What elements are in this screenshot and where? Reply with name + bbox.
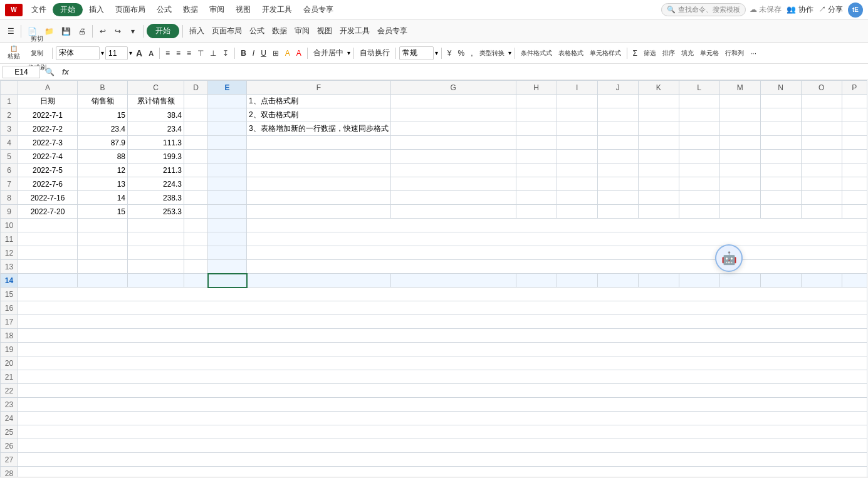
cell-A7[interactable]: 2022-7-6 bbox=[18, 177, 78, 191]
font-name-dropdown[interactable]: ▾ bbox=[101, 49, 104, 56]
cell-L9[interactable] bbox=[679, 205, 719, 219]
cell-E5[interactable] bbox=[208, 150, 247, 164]
save-button[interactable]: 💾 bbox=[58, 23, 74, 39]
view-menu[interactable]: 视图 bbox=[314, 23, 335, 39]
cell-A14[interactable] bbox=[18, 274, 78, 288]
cell-row23[interactable] bbox=[18, 398, 867, 412]
cell-D5[interactable] bbox=[184, 150, 208, 164]
cell-C2[interactable]: 38.4 bbox=[128, 108, 184, 122]
redo-dropdown[interactable]: ▾ bbox=[126, 23, 140, 39]
cell-B1[interactable]: 销售额 bbox=[78, 95, 128, 108]
wrap-button[interactable]: 自动换行 bbox=[357, 46, 392, 60]
menu-file[interactable]: 文件 bbox=[26, 3, 51, 16]
cell-H14[interactable] bbox=[516, 274, 557, 288]
cell-M1[interactable] bbox=[719, 95, 760, 108]
cell-O9[interactable] bbox=[801, 205, 842, 219]
cell-F5[interactable] bbox=[247, 150, 391, 164]
col-header-E[interactable]: E bbox=[208, 81, 247, 95]
cell-F10[interactable] bbox=[247, 219, 867, 232]
align-middle-icon[interactable]: ⊥ bbox=[207, 46, 219, 60]
cell-C14[interactable] bbox=[128, 274, 184, 288]
cell-A9[interactable]: 2022-7-20 bbox=[18, 205, 78, 219]
cell-P1[interactable] bbox=[842, 95, 867, 108]
col-header-B[interactable]: B bbox=[78, 81, 128, 95]
cell-E9[interactable] bbox=[208, 205, 247, 219]
cell-D4[interactable] bbox=[184, 136, 208, 150]
col-header-L[interactable]: L bbox=[679, 81, 719, 95]
cell-J3[interactable] bbox=[597, 122, 638, 136]
cell-B8[interactable]: 14 bbox=[78, 191, 128, 205]
menu-vip[interactable]: 会员专享 bbox=[298, 3, 338, 16]
cell-A10[interactable] bbox=[18, 219, 78, 232]
cell-A1[interactable]: 日期 bbox=[18, 95, 78, 108]
font-name-input[interactable] bbox=[56, 46, 100, 60]
cell-C10[interactable] bbox=[128, 219, 184, 232]
font-increase-button[interactable]: A bbox=[133, 46, 145, 60]
cell-L2[interactable] bbox=[679, 108, 719, 122]
cell-reference-input[interactable] bbox=[3, 66, 40, 78]
redo-button[interactable]: ↪ bbox=[111, 23, 125, 39]
cell-I14[interactable] bbox=[557, 274, 597, 288]
cell-F4[interactable] bbox=[247, 136, 391, 150]
cell-A12[interactable] bbox=[18, 246, 78, 260]
cell-J1[interactable] bbox=[597, 95, 638, 108]
cell-A2[interactable]: 2022-7-1 bbox=[18, 108, 78, 122]
col-header-A[interactable]: A bbox=[18, 81, 78, 95]
font-size-input[interactable] bbox=[105, 46, 128, 60]
cell-H4[interactable] bbox=[516, 136, 557, 150]
cell-O5[interactable] bbox=[801, 150, 842, 164]
cell-K1[interactable] bbox=[638, 95, 679, 108]
type-convert-dropdown[interactable]: ▾ bbox=[508, 49, 511, 56]
cell-K9[interactable] bbox=[638, 205, 679, 219]
italic-button[interactable]: I bbox=[250, 46, 257, 60]
cell-G2[interactable] bbox=[390, 108, 516, 122]
formula-input[interactable] bbox=[74, 67, 865, 77]
cell-row28[interactable] bbox=[18, 467, 867, 477]
bold-button[interactable]: B bbox=[238, 46, 249, 60]
cell-N1[interactable] bbox=[760, 95, 801, 108]
fill-btn[interactable]: 填充 bbox=[679, 46, 696, 60]
cell-P3[interactable] bbox=[842, 122, 867, 136]
cell-E11[interactable] bbox=[208, 232, 247, 246]
cell-F12[interactable] bbox=[247, 246, 867, 260]
cell-J2[interactable] bbox=[597, 108, 638, 122]
cell-E7[interactable] bbox=[208, 177, 247, 191]
sheet-scroll[interactable]: A B C D E F G H I J K L M N O P bbox=[0, 80, 868, 477]
cell-N2[interactable] bbox=[760, 108, 801, 122]
cell-C5[interactable]: 199.3 bbox=[128, 150, 184, 164]
cell-L8[interactable] bbox=[679, 191, 719, 205]
cell-C13[interactable] bbox=[128, 260, 184, 274]
cell-G6[interactable] bbox=[390, 164, 516, 177]
cell-A13[interactable] bbox=[18, 260, 78, 274]
type-convert-button[interactable]: 类型转换 bbox=[477, 46, 507, 60]
table-format-button[interactable]: 表格格式 bbox=[556, 46, 586, 60]
filter-button[interactable]: 筛选 bbox=[641, 46, 659, 60]
cell-P4[interactable] bbox=[842, 136, 867, 150]
cell-row25[interactable] bbox=[18, 425, 867, 439]
cell-A6[interactable]: 2022-7-5 bbox=[18, 164, 78, 177]
cell-H1[interactable] bbox=[516, 95, 557, 108]
cell-D10[interactable] bbox=[184, 219, 208, 232]
cell-row27[interactable] bbox=[18, 453, 867, 467]
search-bar[interactable]: 🔍 查找命令、搜索模板 bbox=[661, 3, 746, 16]
cell-E4[interactable] bbox=[208, 136, 247, 150]
cell-E2[interactable] bbox=[208, 108, 247, 122]
dev-menu[interactable]: 开发工具 bbox=[337, 23, 373, 39]
cell-G9[interactable] bbox=[390, 205, 516, 219]
cell-G7[interactable] bbox=[390, 177, 516, 191]
print-button[interactable]: 🖨 bbox=[75, 23, 89, 39]
cell-D9[interactable] bbox=[184, 205, 208, 219]
align-center-icon[interactable]: ≡ bbox=[174, 46, 183, 60]
cell-N9[interactable] bbox=[760, 205, 801, 219]
cell-K8[interactable] bbox=[638, 191, 679, 205]
col-header-O[interactable]: O bbox=[801, 81, 842, 95]
cell-G8[interactable] bbox=[390, 191, 516, 205]
cell-D13[interactable] bbox=[184, 260, 208, 274]
menu-view[interactable]: 视图 bbox=[231, 3, 256, 16]
cell-O7[interactable] bbox=[801, 177, 842, 191]
align-left-icon[interactable]: ≡ bbox=[163, 46, 172, 60]
merge-center-button[interactable]: 合并居中 bbox=[311, 46, 346, 60]
cell-F13[interactable] bbox=[247, 260, 867, 274]
menu-dev[interactable]: 开发工具 bbox=[257, 3, 297, 16]
cell-J6[interactable] bbox=[597, 164, 638, 177]
